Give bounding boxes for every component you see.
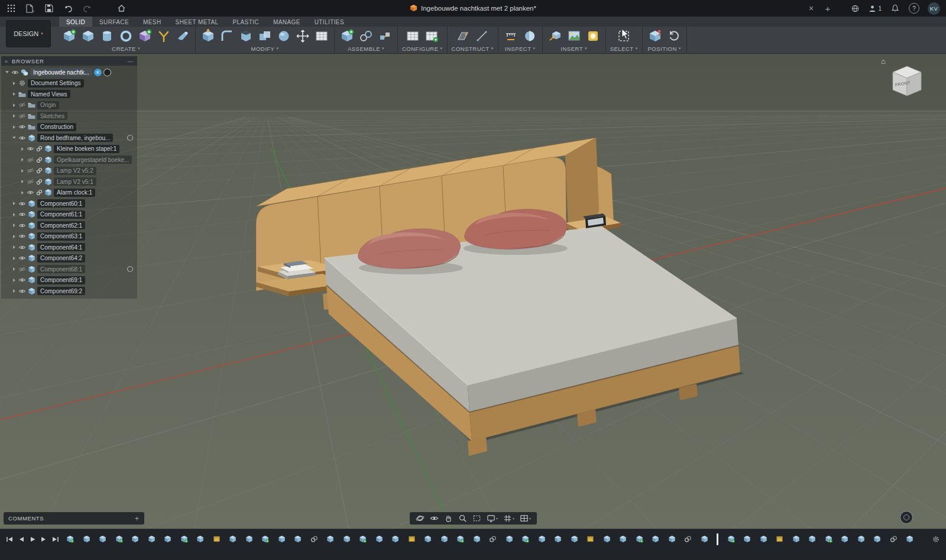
timeline-feature-yellow[interactable] [408, 535, 416, 543]
job-status-icon[interactable] [850, 3, 860, 14]
group-label-construct[interactable]: CONSTRUCT▾ [452, 45, 494, 52]
tool-purple-plus-icon[interactable] [137, 28, 153, 44]
user-avatar[interactable]: KV [928, 2, 940, 15]
browser-item-construction[interactable]: Construction [1, 122, 137, 133]
tool-table-icon[interactable] [404, 28, 421, 44]
add-comment-button[interactable]: + [135, 514, 140, 523]
timeline-feature-comp[interactable] [571, 535, 578, 543]
tool-joint-icon[interactable] [358, 28, 374, 44]
group-label-assemble[interactable]: ASSEMBLE▾ [348, 45, 384, 52]
browser-item-alarm-clock-1[interactable]: Alarm clock:1 [1, 187, 137, 199]
browser-item-component64-2[interactable]: Component64:2 [1, 253, 137, 264]
tab-mesh[interactable]: MESH [136, 17, 169, 27]
timeline-feature-plus[interactable] [115, 535, 123, 543]
tool-combine-icon[interactable] [257, 28, 273, 44]
app-grid-icon[interactable] [6, 3, 17, 14]
browser-collapse-icon[interactable]: « [5, 58, 8, 64]
browser-item-kleine-boeken-stapel-1[interactable]: Kleine boeken stapel:1 [1, 144, 137, 155]
browser-item-ingebouwde-nachtk[interactable]: Ingebouwde nachtk...K [1, 67, 137, 78]
timeline-feature-comp[interactable] [164, 535, 171, 543]
timeline-feature-comp[interactable] [196, 535, 204, 543]
expand-arrow-icon[interactable] [21, 191, 24, 195]
visibility-eye-off-icon[interactable] [27, 167, 34, 174]
timeline-feature-comp[interactable] [343, 535, 351, 543]
visibility-eye-icon[interactable] [18, 287, 26, 295]
expand-arrow-icon[interactable] [13, 202, 15, 205]
tool-rigid-icon[interactable] [377, 28, 393, 44]
expand-arrow-icon[interactable] [13, 82, 15, 85]
timeline-feature-comp[interactable] [603, 535, 611, 543]
timeline-feature-gray[interactable] [310, 535, 318, 543]
browser-item-document-settings[interactable]: Document Settings [1, 78, 137, 89]
tool-measure-icon[interactable] [503, 28, 519, 44]
tab-solid[interactable]: SOLID [59, 17, 92, 27]
timeline-feature-plus[interactable] [825, 535, 832, 543]
timeline-feature-plus[interactable] [180, 535, 188, 543]
expand-arrow-icon[interactable] [13, 245, 15, 249]
group-label-select[interactable]: SELECT▾ [610, 45, 638, 52]
expand-arrow-icon[interactable] [13, 257, 15, 260]
timeline-feature-comp[interactable] [473, 535, 481, 543]
timeline-feature-comp[interactable] [424, 535, 432, 543]
new-tab-button[interactable]: + [821, 0, 835, 17]
help-button[interactable]: ? [909, 3, 919, 14]
visibility-eye-off-icon[interactable] [18, 112, 26, 120]
fit-icon[interactable] [472, 514, 481, 523]
undo-icon[interactable] [63, 3, 73, 14]
3d-viewport[interactable] [0, 53, 946, 529]
tool-press-pull-icon[interactable] [200, 28, 216, 44]
expand-arrow-icon[interactable] [13, 114, 15, 118]
group-label-modify[interactable]: MODIFY▾ [251, 45, 279, 52]
visibility-eye-icon[interactable] [11, 69, 19, 76]
navigation-wheel-icon[interactable] [900, 511, 913, 524]
browser-item-lamp-v2-v5-1[interactable]: Lamp V2 v5:1 [1, 176, 137, 187]
timeline-feature-comp[interactable] [652, 535, 659, 543]
file-menu-icon[interactable] [25, 3, 35, 14]
visibility-eye-off-icon[interactable] [27, 156, 34, 164]
timeline-feature-comp[interactable] [701, 535, 708, 543]
group-label-insert[interactable]: INSERT▾ [561, 45, 587, 52]
tool-decal-icon[interactable] [585, 28, 601, 44]
browser-item-component60-1[interactable]: Component60:1 [1, 198, 137, 209]
timeline-feature-comp[interactable] [554, 535, 562, 543]
tool-canvas-icon[interactable] [566, 28, 582, 44]
tool-move-icon[interactable] [294, 28, 311, 44]
tool-split-y-icon[interactable] [155, 28, 172, 44]
tool-position-icon[interactable] [647, 28, 663, 44]
step-back-button[interactable] [18, 536, 24, 542]
timeline-feature-comp[interactable] [375, 535, 383, 543]
visibility-eye-icon[interactable] [18, 254, 26, 262]
timeline-feature-plus[interactable] [636, 535, 643, 543]
timeline-feature-yellow[interactable] [587, 535, 594, 543]
timeline-feature-comp[interactable] [99, 535, 106, 543]
go-to-start-button[interactable] [6, 536, 13, 542]
timeline-feature-comp[interactable] [857, 535, 865, 543]
visibility-eye-icon[interactable] [18, 232, 26, 240]
orbit-icon[interactable] [416, 514, 425, 523]
browser-item-named-views[interactable]: Named Views [1, 89, 137, 100]
viewports-icon[interactable]: ▾ [520, 514, 531, 523]
tab-plastic[interactable]: PLASTIC [226, 17, 266, 27]
expand-arrow-icon[interactable] [21, 147, 24, 151]
browser-item-component64-1[interactable]: Component64:1 [1, 242, 137, 253]
expand-arrow-icon[interactable] [13, 267, 15, 271]
notifications-bell-icon[interactable] [890, 3, 900, 14]
timeline-feature-plus[interactable] [521, 535, 529, 543]
tab-surface[interactable]: SURFACE [92, 17, 136, 27]
timeline-feature-comp[interactable] [131, 535, 139, 543]
visibility-eye-icon[interactable] [18, 276, 26, 284]
visibility-eye-icon[interactable] [18, 244, 26, 251]
expand-arrow-icon[interactable] [21, 169, 24, 173]
collapse-arrow-icon[interactable] [5, 71, 9, 73]
zoom-icon[interactable] [458, 514, 467, 523]
timeline-feature-comp[interactable] [326, 535, 334, 543]
visibility-eye-icon[interactable] [27, 145, 34, 153]
timeline-feature-comp[interactable] [440, 535, 448, 543]
timeline-playhead[interactable] [717, 533, 718, 545]
timeline-feature-comp[interactable] [792, 535, 800, 543]
tool-cube-plus-icon[interactable] [61, 28, 77, 44]
browser-item-component62-1[interactable]: Component62:1 [1, 220, 137, 231]
expand-arrow-icon[interactable] [13, 125, 15, 129]
grid-snaps-icon[interactable]: ▾ [503, 514, 514, 523]
save-icon[interactable] [44, 3, 54, 14]
